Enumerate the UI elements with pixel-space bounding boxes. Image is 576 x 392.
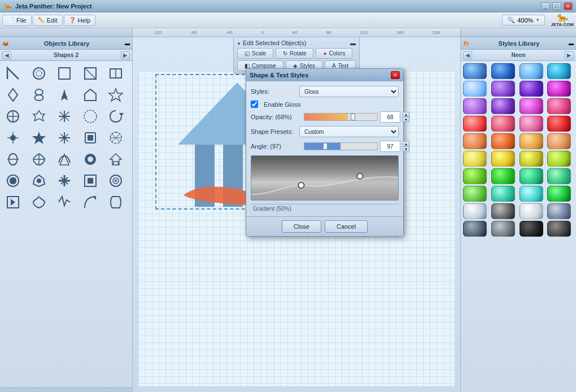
styles-nav-prev[interactable]: ◀ [463, 51, 472, 59]
opacity-slider[interactable] [304, 113, 378, 121]
style-item[interactable] [547, 168, 571, 184]
style-item[interactable] [547, 221, 571, 237]
shape-item[interactable] [2, 128, 24, 148]
style-item[interactable] [520, 186, 543, 202]
style-item[interactable] [491, 133, 515, 149]
shape-item[interactable] [80, 85, 101, 105]
style-item[interactable] [491, 116, 515, 132]
style-item[interactable] [547, 116, 571, 132]
style-item[interactable] [463, 63, 487, 79]
nav-prev-button[interactable]: ◀ [2, 51, 11, 59]
angle-spin-up[interactable]: ▲ [403, 141, 409, 146]
style-item[interactable] [463, 203, 487, 219]
shape-item[interactable] [105, 63, 126, 84]
style-item[interactable] [547, 151, 571, 167]
shape-item[interactable] [54, 149, 75, 169]
scale-button[interactable]: ◱ Scale [237, 48, 273, 59]
shape-item[interactable] [105, 171, 126, 191]
style-item[interactable] [520, 168, 543, 184]
shape-item[interactable] [80, 63, 101, 84]
shape-item[interactable] [54, 106, 75, 127]
shape-item[interactable] [105, 85, 126, 105]
canvas-area[interactable]: ● Edit Selected Object(s) ▬ ◱ Scale ↻ Ro… [133, 37, 460, 392]
dialog-close-button[interactable]: ✕ [391, 71, 400, 79]
cancel-button[interactable]: Cancel [325, 220, 368, 233]
shape-item[interactable] [2, 171, 24, 191]
close-button[interactable]: ✕ [564, 2, 573, 10]
enable-gloss-checkbox[interactable] [251, 101, 258, 108]
shape-item[interactable] [28, 192, 50, 212]
style-item[interactable] [491, 168, 515, 184]
style-item[interactable] [547, 203, 571, 219]
style-item[interactable] [463, 116, 487, 132]
style-item[interactable] [547, 133, 571, 149]
menu-help[interactable]: ❓ Help [64, 15, 96, 26]
styles-select[interactable]: Gloss Neon Matte Custom [299, 86, 399, 97]
style-item[interactable] [463, 151, 487, 167]
style-item[interactable] [520, 203, 543, 219]
style-item[interactable] [520, 81, 543, 97]
style-item[interactable] [463, 81, 487, 97]
shape-presets-select[interactable]: Custom Preset 1 Preset 2 [299, 126, 399, 137]
shape-item[interactable] [28, 149, 50, 169]
shape-item[interactable] [54, 171, 75, 191]
shape-item[interactable] [105, 128, 126, 148]
style-item[interactable] [491, 98, 515, 114]
style-item[interactable] [520, 221, 543, 237]
shape-item[interactable] [28, 106, 50, 127]
close-button[interactable]: Close [282, 220, 321, 233]
style-item[interactable] [491, 151, 515, 167]
shape-item[interactable] [2, 149, 24, 169]
opacity-spin-up[interactable]: ▲ [403, 112, 409, 117]
style-item[interactable] [547, 81, 571, 97]
colors-button[interactable]: ● Colors [316, 48, 352, 59]
style-item[interactable] [463, 98, 487, 114]
shape-item[interactable] [54, 63, 75, 84]
angle-spin-down[interactable]: ▼ [403, 146, 409, 151]
menu-file[interactable]: 📄 File [2, 15, 32, 26]
maximize-button[interactable]: □ [552, 2, 561, 10]
shape-item[interactable] [2, 85, 24, 105]
shape-item[interactable] [80, 149, 101, 169]
angle-spinbox[interactable] [380, 141, 400, 152]
shape-item[interactable] [80, 128, 101, 148]
style-item[interactable] [463, 168, 487, 184]
style-item[interactable] [491, 186, 515, 202]
shape-item[interactable] [105, 106, 126, 127]
style-item[interactable] [547, 98, 571, 114]
shape-item[interactable] [54, 128, 75, 148]
shape-item[interactable] [105, 149, 126, 169]
style-item[interactable] [491, 63, 515, 79]
opacity-spin-down[interactable]: ▼ [403, 117, 409, 122]
styles-nav-next[interactable]: ▶ [565, 51, 574, 59]
shape-item[interactable] [54, 192, 75, 212]
style-item[interactable] [547, 63, 571, 79]
style-item[interactable] [520, 116, 543, 132]
shape-item[interactable] [2, 63, 24, 84]
shape-item[interactable] [2, 192, 24, 212]
shape-item[interactable] [2, 106, 24, 127]
style-item[interactable] [491, 221, 515, 237]
shape-text-styles-dialog[interactable]: Shape & Text Styles ✕ Styles: Gloss Neon… [246, 68, 404, 237]
shape-item[interactable] [28, 171, 50, 191]
style-item[interactable] [491, 81, 515, 97]
style-item[interactable] [520, 133, 543, 149]
style-item[interactable] [520, 63, 543, 79]
shape-item[interactable] [80, 192, 101, 212]
shape-item[interactable] [28, 85, 50, 105]
style-item[interactable] [547, 186, 571, 202]
menu-edit[interactable]: ✏️ Edit [33, 15, 63, 26]
shape-item[interactable] [105, 192, 126, 212]
minimize-button[interactable]: _ [541, 2, 550, 10]
angle-slider[interactable] [304, 142, 378, 150]
shape-item[interactable] [80, 171, 101, 191]
style-item[interactable] [463, 186, 487, 202]
shape-item[interactable] [54, 85, 75, 105]
style-item[interactable] [520, 98, 543, 114]
style-item[interactable] [491, 203, 515, 219]
nav-next-button[interactable]: ▶ [121, 51, 130, 59]
shape-item[interactable] [28, 63, 50, 84]
opacity-spinbox[interactable] [380, 111, 400, 123]
rotate-button[interactable]: ↻ Rotate [276, 48, 313, 59]
shape-item[interactable] [80, 106, 101, 127]
